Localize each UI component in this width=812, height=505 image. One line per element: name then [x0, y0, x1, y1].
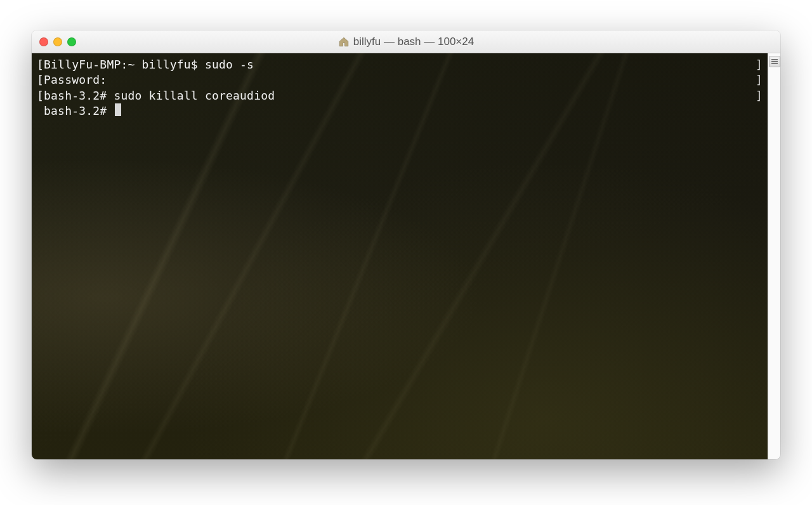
terminal-content[interactable]: [ BillyFu-BMP:~ billyfu$ sudo -s ] [ Pas…: [32, 53, 768, 459]
terminal-line: [ bash-3.2# sudo killall coreaudiod ]: [37, 88, 763, 103]
home-icon: [338, 36, 350, 48]
maximize-button[interactable]: [67, 37, 76, 46]
line-left-bracket: [37, 103, 44, 119]
line-text: bash-3.2# sudo killall coreaudiod: [44, 88, 275, 103]
window-title: billyfu — bash — 100×24: [353, 36, 474, 48]
line-text: bash-3.2#: [44, 103, 114, 119]
line-left-bracket: [: [37, 72, 44, 88]
line-right-bracket: ]: [756, 57, 763, 72]
line-right-bracket: ]: [756, 88, 763, 103]
line-left-bracket: [: [37, 57, 44, 72]
line-text: BillyFu-BMP:~ billyfu$ sudo -s: [44, 57, 254, 72]
window-title-wrap: billyfu — bash — 100×24: [39, 36, 773, 48]
terminal-line: bash-3.2#: [37, 103, 763, 119]
scrollbar-thumb-icon[interactable]: [769, 56, 780, 67]
terminal-body: [ BillyFu-BMP:~ billyfu$ sudo -s ] [ Pas…: [32, 53, 780, 459]
line-text: Password:: [44, 72, 107, 88]
close-button[interactable]: [39, 37, 48, 46]
traffic-lights: [39, 37, 76, 46]
terminal-line: [ BillyFu-BMP:~ billyfu$ sudo -s ]: [37, 57, 763, 72]
terminal-window: billyfu — bash — 100×24 [ BillyFu-BMP:~ …: [32, 30, 780, 459]
line-right-bracket: ]: [756, 72, 763, 88]
minimize-button[interactable]: [53, 37, 62, 46]
scrollbar[interactable]: [768, 53, 780, 459]
titlebar[interactable]: billyfu — bash — 100×24: [32, 30, 780, 53]
line-left-bracket: [: [37, 88, 44, 103]
terminal-line: [ Password: ]: [37, 72, 763, 88]
cursor: [115, 103, 121, 116]
